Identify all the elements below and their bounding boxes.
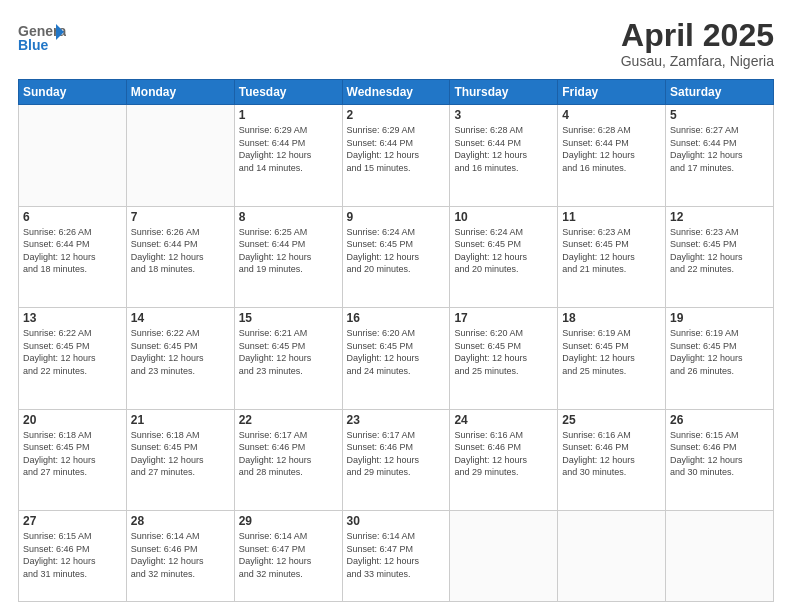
day-info: Sunrise: 6:14 AMSunset: 6:47 PMDaylight:… bbox=[347, 530, 446, 580]
table-row: 16Sunrise: 6:20 AMSunset: 6:45 PMDayligh… bbox=[342, 308, 450, 409]
logo-icon: General Blue bbox=[18, 18, 66, 58]
col-tuesday: Tuesday bbox=[234, 80, 342, 105]
day-info: Sunrise: 6:18 AMSunset: 6:45 PMDaylight:… bbox=[23, 429, 122, 479]
day-info: Sunrise: 6:14 AMSunset: 6:47 PMDaylight:… bbox=[239, 530, 338, 580]
table-row: 18Sunrise: 6:19 AMSunset: 6:45 PMDayligh… bbox=[558, 308, 666, 409]
table-row: 15Sunrise: 6:21 AMSunset: 6:45 PMDayligh… bbox=[234, 308, 342, 409]
day-info: Sunrise: 6:24 AMSunset: 6:45 PMDaylight:… bbox=[347, 226, 446, 276]
day-number: 27 bbox=[23, 514, 122, 528]
calendar-header-row: Sunday Monday Tuesday Wednesday Thursday… bbox=[19, 80, 774, 105]
subtitle: Gusau, Zamfara, Nigeria bbox=[621, 53, 774, 69]
day-number: 1 bbox=[239, 108, 338, 122]
day-number: 18 bbox=[562, 311, 661, 325]
day-number: 12 bbox=[670, 210, 769, 224]
table-row bbox=[666, 511, 774, 602]
col-sunday: Sunday bbox=[19, 80, 127, 105]
day-number: 11 bbox=[562, 210, 661, 224]
day-number: 22 bbox=[239, 413, 338, 427]
table-row: 24Sunrise: 6:16 AMSunset: 6:46 PMDayligh… bbox=[450, 409, 558, 510]
table-row: 22Sunrise: 6:17 AMSunset: 6:46 PMDayligh… bbox=[234, 409, 342, 510]
day-number: 20 bbox=[23, 413, 122, 427]
col-wednesday: Wednesday bbox=[342, 80, 450, 105]
svg-text:Blue: Blue bbox=[18, 37, 49, 53]
table-row: 11Sunrise: 6:23 AMSunset: 6:45 PMDayligh… bbox=[558, 206, 666, 307]
table-row: 20Sunrise: 6:18 AMSunset: 6:45 PMDayligh… bbox=[19, 409, 127, 510]
day-info: Sunrise: 6:25 AMSunset: 6:44 PMDaylight:… bbox=[239, 226, 338, 276]
day-info: Sunrise: 6:26 AMSunset: 6:44 PMDaylight:… bbox=[131, 226, 230, 276]
day-number: 14 bbox=[131, 311, 230, 325]
calendar-table: Sunday Monday Tuesday Wednesday Thursday… bbox=[18, 79, 774, 602]
col-saturday: Saturday bbox=[666, 80, 774, 105]
day-info: Sunrise: 6:29 AMSunset: 6:44 PMDaylight:… bbox=[239, 124, 338, 174]
table-row: 2Sunrise: 6:29 AMSunset: 6:44 PMDaylight… bbox=[342, 105, 450, 206]
day-number: 28 bbox=[131, 514, 230, 528]
table-row: 7Sunrise: 6:26 AMSunset: 6:44 PMDaylight… bbox=[126, 206, 234, 307]
day-info: Sunrise: 6:22 AMSunset: 6:45 PMDaylight:… bbox=[23, 327, 122, 377]
day-info: Sunrise: 6:19 AMSunset: 6:45 PMDaylight:… bbox=[670, 327, 769, 377]
table-row: 27Sunrise: 6:15 AMSunset: 6:46 PMDayligh… bbox=[19, 511, 127, 602]
day-number: 26 bbox=[670, 413, 769, 427]
day-info: Sunrise: 6:17 AMSunset: 6:46 PMDaylight:… bbox=[239, 429, 338, 479]
day-number: 13 bbox=[23, 311, 122, 325]
day-info: Sunrise: 6:15 AMSunset: 6:46 PMDaylight:… bbox=[670, 429, 769, 479]
day-info: Sunrise: 6:19 AMSunset: 6:45 PMDaylight:… bbox=[562, 327, 661, 377]
day-info: Sunrise: 6:20 AMSunset: 6:45 PMDaylight:… bbox=[454, 327, 553, 377]
day-info: Sunrise: 6:27 AMSunset: 6:44 PMDaylight:… bbox=[670, 124, 769, 174]
day-info: Sunrise: 6:22 AMSunset: 6:45 PMDaylight:… bbox=[131, 327, 230, 377]
table-row: 6Sunrise: 6:26 AMSunset: 6:44 PMDaylight… bbox=[19, 206, 127, 307]
col-monday: Monday bbox=[126, 80, 234, 105]
table-row: 26Sunrise: 6:15 AMSunset: 6:46 PMDayligh… bbox=[666, 409, 774, 510]
table-row bbox=[126, 105, 234, 206]
day-number: 21 bbox=[131, 413, 230, 427]
day-number: 2 bbox=[347, 108, 446, 122]
day-number: 4 bbox=[562, 108, 661, 122]
day-info: Sunrise: 6:28 AMSunset: 6:44 PMDaylight:… bbox=[562, 124, 661, 174]
header: General Blue April 2025 Gusau, Zamfara, … bbox=[18, 18, 774, 69]
day-number: 29 bbox=[239, 514, 338, 528]
day-info: Sunrise: 6:24 AMSunset: 6:45 PMDaylight:… bbox=[454, 226, 553, 276]
table-row: 5Sunrise: 6:27 AMSunset: 6:44 PMDaylight… bbox=[666, 105, 774, 206]
table-row bbox=[19, 105, 127, 206]
table-row: 25Sunrise: 6:16 AMSunset: 6:46 PMDayligh… bbox=[558, 409, 666, 510]
day-number: 15 bbox=[239, 311, 338, 325]
day-info: Sunrise: 6:29 AMSunset: 6:44 PMDaylight:… bbox=[347, 124, 446, 174]
day-info: Sunrise: 6:18 AMSunset: 6:45 PMDaylight:… bbox=[131, 429, 230, 479]
day-number: 19 bbox=[670, 311, 769, 325]
day-info: Sunrise: 6:28 AMSunset: 6:44 PMDaylight:… bbox=[454, 124, 553, 174]
table-row: 21Sunrise: 6:18 AMSunset: 6:45 PMDayligh… bbox=[126, 409, 234, 510]
col-thursday: Thursday bbox=[450, 80, 558, 105]
day-info: Sunrise: 6:21 AMSunset: 6:45 PMDaylight:… bbox=[239, 327, 338, 377]
day-info: Sunrise: 6:20 AMSunset: 6:45 PMDaylight:… bbox=[347, 327, 446, 377]
table-row: 29Sunrise: 6:14 AMSunset: 6:47 PMDayligh… bbox=[234, 511, 342, 602]
day-info: Sunrise: 6:26 AMSunset: 6:44 PMDaylight:… bbox=[23, 226, 122, 276]
day-number: 16 bbox=[347, 311, 446, 325]
table-row: 23Sunrise: 6:17 AMSunset: 6:46 PMDayligh… bbox=[342, 409, 450, 510]
table-row: 17Sunrise: 6:20 AMSunset: 6:45 PMDayligh… bbox=[450, 308, 558, 409]
month-title: April 2025 bbox=[621, 18, 774, 53]
page: General Blue April 2025 Gusau, Zamfara, … bbox=[0, 0, 792, 612]
day-number: 10 bbox=[454, 210, 553, 224]
table-row: 13Sunrise: 6:22 AMSunset: 6:45 PMDayligh… bbox=[19, 308, 127, 409]
day-info: Sunrise: 6:16 AMSunset: 6:46 PMDaylight:… bbox=[454, 429, 553, 479]
col-friday: Friday bbox=[558, 80, 666, 105]
day-info: Sunrise: 6:14 AMSunset: 6:46 PMDaylight:… bbox=[131, 530, 230, 580]
day-info: Sunrise: 6:23 AMSunset: 6:45 PMDaylight:… bbox=[562, 226, 661, 276]
table-row: 28Sunrise: 6:14 AMSunset: 6:46 PMDayligh… bbox=[126, 511, 234, 602]
day-number: 17 bbox=[454, 311, 553, 325]
table-row: 14Sunrise: 6:22 AMSunset: 6:45 PMDayligh… bbox=[126, 308, 234, 409]
table-row: 12Sunrise: 6:23 AMSunset: 6:45 PMDayligh… bbox=[666, 206, 774, 307]
day-number: 5 bbox=[670, 108, 769, 122]
day-info: Sunrise: 6:23 AMSunset: 6:45 PMDaylight:… bbox=[670, 226, 769, 276]
day-info: Sunrise: 6:17 AMSunset: 6:46 PMDaylight:… bbox=[347, 429, 446, 479]
day-number: 9 bbox=[347, 210, 446, 224]
day-number: 25 bbox=[562, 413, 661, 427]
table-row: 9Sunrise: 6:24 AMSunset: 6:45 PMDaylight… bbox=[342, 206, 450, 307]
day-number: 6 bbox=[23, 210, 122, 224]
day-number: 23 bbox=[347, 413, 446, 427]
table-row: 10Sunrise: 6:24 AMSunset: 6:45 PMDayligh… bbox=[450, 206, 558, 307]
table-row: 8Sunrise: 6:25 AMSunset: 6:44 PMDaylight… bbox=[234, 206, 342, 307]
day-info: Sunrise: 6:16 AMSunset: 6:46 PMDaylight:… bbox=[562, 429, 661, 479]
table-row: 3Sunrise: 6:28 AMSunset: 6:44 PMDaylight… bbox=[450, 105, 558, 206]
day-info: Sunrise: 6:15 AMSunset: 6:46 PMDaylight:… bbox=[23, 530, 122, 580]
day-number: 7 bbox=[131, 210, 230, 224]
